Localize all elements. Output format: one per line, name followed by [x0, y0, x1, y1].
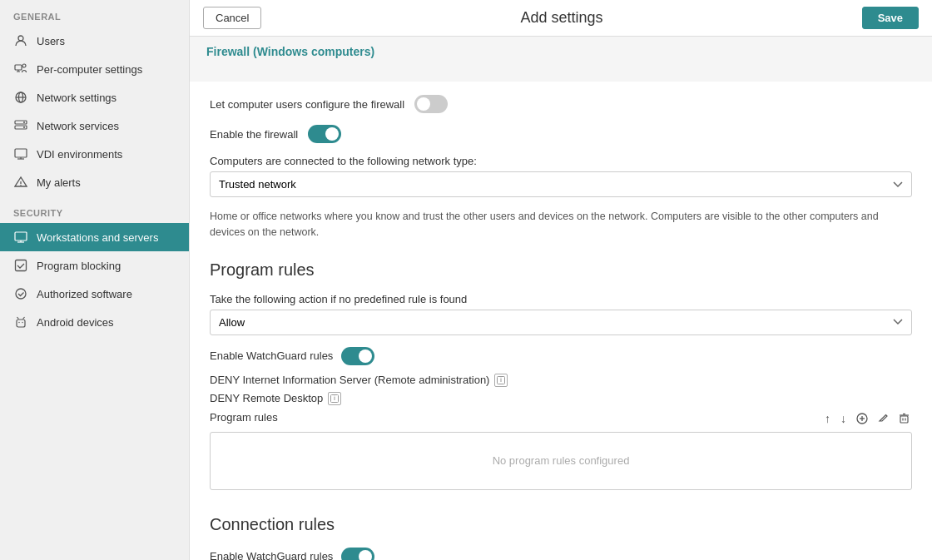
sidebar-item-alerts-label: My alerts: [37, 176, 81, 189]
sidebar-item-vdi-environments[interactable]: VDI environments: [0, 140, 189, 168]
rule-info-icon-1[interactable]: [328, 392, 341, 405]
connection-watchguard-label: Enable WatchGuard rules: [210, 550, 333, 560]
check-circle-icon: [13, 286, 28, 301]
server-icon: [13, 118, 28, 133]
cancel-button[interactable]: Cancel: [203, 7, 261, 29]
sidebar-item-per-computer-label: Per-computer settings: [37, 63, 142, 76]
svg-rect-15: [15, 232, 27, 240]
svg-point-0: [18, 36, 23, 41]
move-up-button[interactable]: ↑: [822, 410, 833, 427]
rule-text-1: DENY Remote Desktop: [210, 392, 323, 404]
svg-point-27: [501, 377, 502, 378]
sidebar-item-network-services-label: Network services: [37, 120, 119, 132]
sidebar-item-my-alerts[interactable]: My alerts: [0, 168, 189, 196]
sidebar-item-android-devices[interactable]: Android devices: [0, 308, 189, 336]
sidebar-item-vdi-label: VDI environments: [37, 148, 122, 161]
edit-rule-button[interactable]: [875, 411, 891, 425]
program-rules-label: Program rules: [210, 411, 278, 424]
header-bar: Cancel Add settings Save: [190, 0, 932, 37]
let-users-toggle[interactable]: [414, 95, 448, 113]
svg-point-19: [16, 289, 26, 299]
svg-point-2: [22, 64, 26, 67]
svg-rect-10: [15, 149, 27, 157]
sidebar: GENERAL Users Per-computer settings: [0, 0, 190, 560]
svg-point-24: [22, 322, 22, 323]
alert-icon: [13, 175, 28, 190]
connection-rules-heading: Connection rules: [210, 515, 912, 534]
save-button[interactable]: Save: [862, 7, 919, 29]
enable-firewall-toggle[interactable]: [308, 125, 341, 143]
enable-watchguard-slider: [341, 347, 374, 365]
program-rules-container: Program rules ↑ ↓: [210, 410, 912, 490]
connection-watchguard-slider: [341, 548, 374, 561]
firewall-section-link[interactable]: Firewall (Windows computers): [206, 45, 915, 58]
svg-point-14: [20, 185, 21, 186]
page-title: Add settings: [521, 9, 603, 27]
let-users-label: Let computer users configure the firewal…: [210, 98, 404, 111]
sidebar-item-program-blocking[interactable]: Program blocking: [0, 251, 189, 280]
content-inner: Let computer users configure the firewal…: [190, 82, 932, 560]
rule-info-icon-0[interactable]: [494, 374, 508, 387]
network-description: Home or office networks where you know a…: [210, 209, 912, 240]
sidebar-item-network-settings[interactable]: Network settings: [0, 83, 189, 112]
rule-item-1: DENY Remote Desktop: [210, 392, 912, 405]
connection-watchguard-toggle[interactable]: [341, 548, 374, 561]
sidebar-item-network-services[interactable]: Network services: [0, 112, 189, 140]
rule-text-0: DENY Internet Information Server (Remote…: [210, 374, 489, 386]
svg-point-8: [23, 121, 25, 123]
enable-watchguard-toggle[interactable]: [341, 347, 374, 365]
svg-line-22: [23, 317, 25, 320]
sidebar-item-users[interactable]: Users: [0, 27, 189, 55]
svg-line-21: [17, 317, 19, 320]
program-rules-box: No program rules configured: [210, 432, 912, 490]
sidebar-item-per-computer-settings[interactable]: Per-computer settings: [0, 55, 189, 83]
svg-rect-34: [900, 416, 908, 423]
network-type-row: Computers are connected to the following…: [210, 155, 912, 197]
sidebar-item-workstations-label: Workstations and servers: [37, 231, 158, 244]
content-area: Firewall (Windows computers) Let compute…: [190, 37, 932, 560]
delete-rule-button[interactable]: [896, 411, 912, 425]
monitor-icon: [13, 230, 28, 245]
network-type-label: Computers are connected to the following…: [210, 155, 912, 167]
vdi-icon: [13, 146, 28, 161]
action-dropdown[interactable]: Allow: [210, 310, 912, 335]
action-row: Take the following action if no predefin…: [210, 293, 912, 335]
connection-rules-section: Connection rules Enable WatchGuard rules…: [210, 515, 912, 561]
svg-rect-1: [15, 65, 22, 70]
program-rules-toolbar: ↑ ↓: [822, 410, 912, 427]
svg-rect-20: [17, 320, 25, 327]
connection-watchguard-row: Enable WatchGuard rules: [210, 548, 912, 561]
action-label: Take the following action if no predefin…: [210, 293, 912, 305]
sidebar-item-workstations[interactable]: Workstations and servers: [0, 223, 189, 251]
network-type-dropdown[interactable]: Trusted network: [210, 171, 912, 197]
main-panel: Cancel Add settings Save Firewall (Windo…: [190, 0, 932, 560]
move-down-button[interactable]: ↓: [838, 410, 849, 427]
rule-item-0: DENY Internet Information Server (Remote…: [210, 374, 912, 387]
no-rules-text: No program rules configured: [493, 454, 630, 467]
android-icon: [13, 315, 28, 330]
enable-watchguard-label: Enable WatchGuard rules: [210, 349, 333, 362]
sidebar-item-android-label: Android devices: [37, 316, 114, 329]
let-users-row: Let computer users configure the firewal…: [210, 95, 912, 113]
add-rule-button[interactable]: [854, 411, 870, 426]
svg-rect-18: [16, 260, 27, 271]
security-section-label: SECURITY: [0, 196, 189, 223]
sidebar-item-network-settings-label: Network settings: [37, 92, 116, 104]
computer-group-icon: [13, 62, 28, 77]
svg-point-9: [23, 126, 25, 128]
svg-point-30: [335, 395, 335, 396]
sidebar-item-authorized-software[interactable]: Authorized software: [0, 280, 189, 308]
enable-firewall-slider: [308, 125, 341, 143]
person-icon: [13, 33, 28, 48]
globe-icon: [13, 90, 28, 105]
program-rules-heading: Program rules: [210, 260, 912, 280]
general-section-label: GENERAL: [0, 0, 189, 27]
sidebar-item-users-label: Users: [37, 35, 65, 47]
let-users-slider: [414, 95, 448, 113]
enable-firewall-label: Enable the firewall: [210, 128, 298, 141]
svg-point-23: [18, 322, 19, 323]
enable-firewall-row: Enable the firewall: [210, 125, 912, 143]
enable-watchguard-row: Enable WatchGuard rules: [210, 347, 912, 365]
sidebar-item-program-blocking-label: Program blocking: [37, 260, 121, 272]
checkbox-icon: [13, 258, 28, 273]
